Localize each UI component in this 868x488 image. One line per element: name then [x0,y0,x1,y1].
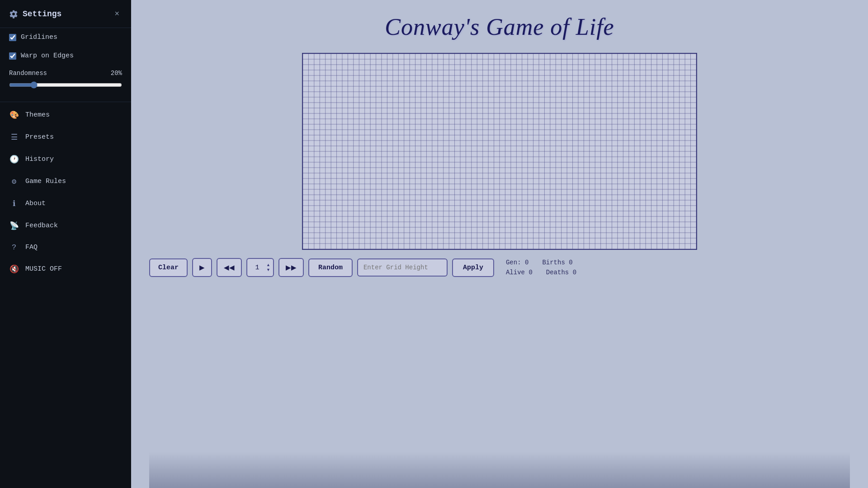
births-value: 0 [569,259,572,266]
sidebar-item-faq[interactable]: ? FAQ [0,237,131,258]
game-rules-icon: ⚙ [9,177,19,186]
step-input[interactable] [249,264,265,272]
randomness-header: Randomness 20% [9,70,122,77]
randomness-slider[interactable] [9,81,122,89]
gridlines-row: Gridlines [0,28,131,47]
nav-menu: 🎨 Themes ☰ Presets 🕐 History ⚙ Game Rule… [0,104,131,280]
history-icon: 🕐 [9,155,19,164]
faq-icon: ? [9,243,19,252]
step-arrows: ▲ ▼ [265,263,271,272]
alive-label: Alive [506,269,525,276]
warp-on-edges-label: Warp on Edges [21,52,74,60]
gen-value: 0 [525,259,528,266]
themes-icon: 🎨 [9,110,19,120]
rewind-button[interactable]: ◀◀ [217,258,242,277]
gridlines-checkbox[interactable] [9,34,16,41]
fast-forward-button[interactable]: ▶▶ [278,258,304,277]
play-button[interactable]: ▶ [192,258,212,277]
sidebar-item-feedback[interactable]: 📡 Feedback [0,215,131,237]
settings-title: Settings [23,9,61,19]
randomness-section: Randomness 20% [0,65,131,100]
sidebar-item-themes[interactable]: 🎨 Themes [0,104,131,126]
births-stat: Births 0 [542,259,572,266]
alive-value: 0 [528,269,532,276]
sidebar-item-about[interactable]: ℹ About [0,192,131,215]
stats-row-2: Alive 0 Deaths 0 [506,269,576,276]
sidebar-item-music[interactable]: 🔇 MUSIC OFF [0,258,131,280]
faq-label: FAQ [25,244,38,251]
game-grid-canvas[interactable] [303,54,696,249]
feedback-icon: 📡 [9,221,19,230]
alive-stat: Alive 0 [506,269,533,276]
close-button[interactable]: × [112,8,122,19]
game-rules-label: Game Rules [25,178,66,185]
gridlines-label: Gridlines [21,33,57,41]
divider-1 [0,102,131,102]
game-grid-container[interactable] [302,53,697,250]
page-title: Conway's Game of Life [385,14,614,40]
randomness-value: 20% [111,70,122,77]
fast-forward-icon: ▶▶ [286,263,297,271]
footer-area [149,452,850,488]
gear-icon [9,9,18,19]
sidebar-item-presets[interactable]: ☰ Presets [0,126,131,148]
settings-title-group: Settings [9,9,61,19]
gen-label: Gen: [506,259,521,266]
about-label: About [25,200,46,207]
music-label: MUSIC OFF [25,265,62,273]
themes-label: Themes [25,111,50,119]
sidebar-header: Settings × [0,0,131,28]
apply-button[interactable]: Apply [452,258,494,277]
warp-on-edges-checkbox[interactable] [9,52,16,60]
randomness-label: Randomness [9,70,47,77]
stats-panel: Gen: 0 Births 0 Alive 0 Deaths 0 [506,259,576,276]
rewind-icon: ◀◀ [224,263,235,271]
presets-icon: ☰ [9,132,19,142]
step-down-button[interactable]: ▼ [265,267,271,272]
births-label: Births [542,259,565,266]
clear-button[interactable]: Clear [149,258,188,277]
sidebar-item-game-rules[interactable]: ⚙ Game Rules [0,170,131,192]
stats-row-1: Gen: 0 Births 0 [506,259,576,266]
music-icon: 🔇 [9,264,19,274]
deaths-label: Deaths [546,269,569,276]
warp-on-edges-row: Warp on Edges [0,47,131,65]
sidebar-item-history[interactable]: 🕐 History [0,148,131,170]
random-button[interactable]: Random [308,258,353,277]
sidebar: Settings × Gridlines Warp on Edges Rando… [0,0,131,488]
history-label: History [25,155,54,163]
deaths-value: 0 [573,269,576,276]
grid-height-input[interactable] [357,258,448,277]
presets-label: Presets [25,133,54,141]
deaths-stat: Deaths 0 [546,269,576,276]
bottom-bar: Clear ▶ ◀◀ ▲ ▼ ▶▶ Random Apply Gen: 0 [149,250,850,285]
main-content: Conway's Game of Life Clear ▶ ◀◀ ▲ ▼ ▶▶ … [131,0,868,488]
feedback-label: Feedback [25,222,58,230]
about-icon: ℹ [9,199,19,208]
play-icon: ▶ [199,263,205,271]
step-up-button[interactable]: ▲ [265,263,271,267]
gen-stat: Gen: 0 [506,259,528,266]
step-input-wrapper: ▲ ▼ [246,258,274,277]
